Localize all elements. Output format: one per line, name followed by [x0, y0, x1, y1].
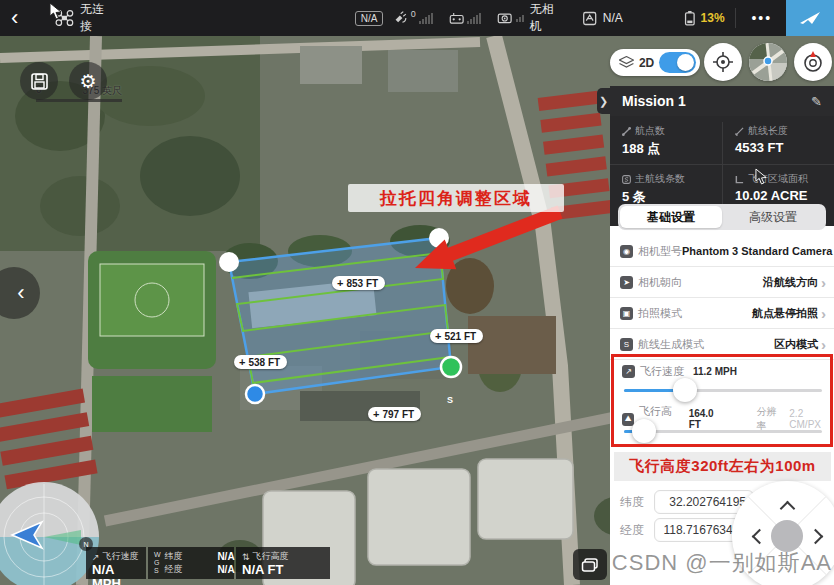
tab-basic-settings[interactable]: 基础设置 — [620, 206, 722, 228]
chevron-right-icon: › — [821, 274, 826, 291]
save-mission-button[interactable] — [20, 62, 58, 100]
edge-length-right[interactable]: +521 FT — [430, 329, 483, 343]
battery-icon — [683, 9, 697, 27]
move-cross-icon: + — [239, 356, 245, 368]
speed-setting-icon: ↗ — [622, 365, 635, 378]
start-point-label: S — [447, 395, 453, 405]
takeoff-button[interactable] — [786, 0, 834, 36]
telemetry-speed: ↗飞行速度 N/A MPH — [86, 547, 146, 579]
back-button[interactable]: ‹ — [0, 0, 29, 36]
flight-altitude-slider[interactable] — [624, 422, 822, 440]
map-thumbnail — [749, 43, 787, 81]
satellite-count: 0 — [411, 9, 416, 19]
corner-handle-bottomleft[interactable] — [246, 385, 264, 403]
move-cross-icon: + — [337, 277, 343, 289]
connection-status: 无连接 — [80, 1, 111, 35]
flight-speed-slider[interactable] — [624, 381, 822, 399]
telemetry-coordinates: W G S 纬度N/A 经度N/A — [148, 547, 234, 579]
nudge-dpad[interactable] — [732, 481, 834, 585]
chevron-right-icon: › — [821, 305, 826, 322]
panel-collapse-button[interactable]: ❯ — [597, 88, 610, 114]
flight-speed-row: ↗ 飞行速度 11.2 MPH — [622, 364, 737, 379]
flight-mode-value: N/A — [603, 11, 623, 25]
battery-percent: 13% — [701, 11, 725, 25]
map-preview-button[interactable] — [749, 43, 787, 81]
divider — [735, 8, 736, 28]
edit-mission-button[interactable]: ✎ — [811, 94, 822, 109]
rc-signal-bars — [467, 13, 481, 24]
chevron-right-icon: › — [821, 336, 826, 353]
mission-header: ❯ Mission 1 ✎ — [610, 86, 834, 116]
more-options-button[interactable]: ••• — [745, 10, 778, 26]
heading-icon: ➤ — [620, 276, 633, 289]
route-mode-icon: S — [620, 338, 633, 351]
map-mode-toggle-group[interactable]: 2D — [610, 49, 700, 76]
waypoints-icon — [622, 127, 631, 136]
altitude-icon: ⇅ — [242, 552, 250, 562]
mouse-cursor — [49, 2, 63, 20]
speed-icon: ↗ — [92, 552, 100, 562]
compass-reset-button[interactable] — [794, 43, 832, 81]
altitude-note: 飞行高度320ft左右为100m — [614, 452, 831, 481]
flight-mode-icon — [582, 10, 597, 27]
remote-controller-icon — [449, 11, 464, 26]
camera-status: 无相机 — [530, 1, 561, 35]
layers-2d-icon — [619, 56, 634, 69]
mode-2d-toggle[interactable] — [659, 52, 696, 73]
camera-signal-bars — [516, 15, 524, 22]
mission-settings-button[interactable]: ⚙ — [69, 62, 107, 100]
gear-icon: ⚙ — [79, 70, 96, 93]
nudge-right-button[interactable] — [808, 529, 824, 545]
save-icon — [30, 72, 49, 91]
gps-signal-bars — [419, 13, 433, 24]
edge-length-bottom[interactable]: +797 FT — [368, 407, 421, 421]
start-point-marker[interactable] — [441, 357, 461, 377]
latitude-row: 纬度 32.202764195 — [620, 490, 754, 514]
nudge-center-button[interactable] — [771, 520, 803, 552]
mission-title: Mission 1 — [622, 93, 811, 109]
gps-mode-badge: N/A — [355, 11, 384, 26]
corner-handle-topleft[interactable] — [219, 252, 239, 272]
map-mode-label: 2D — [639, 56, 654, 70]
app-window: S +853 FT +521 FT +538 FT +797 FT 拉托四角调整… — [0, 0, 834, 585]
mouse-cursor-2 — [755, 168, 768, 185]
edge-length-left[interactable]: +538 FT — [234, 355, 287, 369]
crosshair-icon — [712, 51, 734, 73]
nudge-left-button[interactable] — [752, 529, 768, 545]
move-cross-icon: + — [435, 330, 441, 342]
row-camera-heading[interactable]: ➤ 相机朝向 沿航线方向› — [610, 267, 834, 298]
altitude-slider-thumb[interactable] — [632, 419, 656, 443]
photo-mode-icon: ▣ — [620, 307, 633, 320]
airplane-icon — [798, 8, 822, 28]
tab-advanced-settings[interactable]: 高级设置 — [722, 206, 824, 228]
camera-signal-icon — [497, 11, 512, 25]
map-layers-button[interactable] — [573, 549, 607, 580]
camera-icon: ◉ — [620, 245, 633, 258]
row-photo-mode[interactable]: ▣ 拍照模式 航点悬停拍照› — [610, 298, 834, 329]
layers-icon — [581, 557, 599, 573]
move-cross-icon: + — [373, 408, 379, 420]
telemetry-altitude: ⇅飞行高度 N/A FT — [236, 547, 330, 579]
wgs-label: W G S — [154, 551, 161, 576]
satellite-icon — [393, 10, 408, 26]
speed-slider-thumb[interactable] — [673, 378, 697, 402]
compass-icon — [801, 50, 825, 74]
edge-length-top[interactable]: +853 FT — [332, 276, 385, 290]
locate-button[interactable] — [704, 43, 742, 81]
row-camera-model[interactable]: ◉ 相机型号 Phantom 3 Standard Camera› — [610, 236, 834, 267]
top-status-bar: ‹ 无连接 N/A 0 — [0, 0, 834, 36]
settings-tabs: 基础设置 高级设置 — [618, 204, 826, 230]
route-length-icon — [735, 127, 744, 136]
main-lines-icon — [622, 175, 631, 184]
nudge-up-button[interactable] — [780, 501, 796, 517]
row-route-mode[interactable]: S 航线生成模式 区内模式› — [610, 329, 834, 360]
tutorial-annotation: 拉托四角调整区域 — [348, 184, 564, 212]
area-icon — [735, 175, 744, 184]
